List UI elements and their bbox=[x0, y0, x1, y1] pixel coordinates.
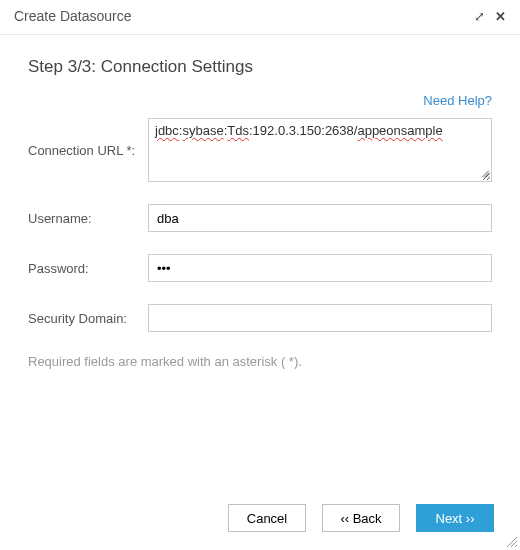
username-field[interactable] bbox=[148, 204, 492, 232]
dialog-footer: Cancel ‹‹ Back Next ›› bbox=[228, 504, 494, 532]
row-username: Username: bbox=[28, 204, 492, 232]
dialog-content: Step 3/3: Connection Settings Need Help?… bbox=[0, 35, 520, 379]
resize-grip-icon: ◢ bbox=[481, 166, 489, 179]
conn-part-db: appeonsample bbox=[357, 123, 442, 138]
row-password: Password: bbox=[28, 254, 492, 282]
row-security-domain: Security Domain: bbox=[28, 304, 492, 332]
password-field[interactable] bbox=[148, 254, 492, 282]
row-connection-url: Connection URL *: jdbc:sybase:Tds:192.0.… bbox=[28, 118, 492, 182]
conn-part-host: :192.0.3.150:2638/ bbox=[249, 123, 357, 138]
connection-url-field[interactable]: jdbc:sybase:Tds:192.0.3.150:2638/appeons… bbox=[148, 118, 492, 182]
maximize-icon[interactable]: ⤢ bbox=[474, 9, 485, 24]
dialog-header: Create Datasource ⤢ ✕ bbox=[0, 0, 520, 35]
conn-part-jdbc: jdbc bbox=[155, 123, 179, 138]
connection-url-field-wrap: jdbc:sybase:Tds:192.0.3.150:2638/appeons… bbox=[148, 118, 492, 182]
svg-line-1 bbox=[511, 541, 517, 547]
conn-part-tds: Tds bbox=[227, 123, 249, 138]
connection-url-label: Connection URL *: bbox=[28, 143, 148, 158]
security-domain-field[interactable] bbox=[148, 304, 492, 332]
window-resize-grip-icon[interactable] bbox=[504, 534, 518, 548]
security-domain-label: Security Domain: bbox=[28, 311, 148, 326]
username-label: Username: bbox=[28, 211, 148, 226]
next-button[interactable]: Next ›› bbox=[416, 504, 494, 532]
password-label: Password: bbox=[28, 261, 148, 276]
svg-line-2 bbox=[515, 545, 517, 547]
conn-part-sybase: sybase bbox=[182, 123, 223, 138]
step-title: Step 3/3: Connection Settings bbox=[28, 57, 492, 77]
svg-line-0 bbox=[507, 537, 517, 547]
cancel-button[interactable]: Cancel bbox=[228, 504, 306, 532]
header-actions: ⤢ ✕ bbox=[474, 9, 506, 24]
close-icon[interactable]: ✕ bbox=[495, 9, 506, 24]
back-button[interactable]: ‹‹ Back bbox=[322, 504, 400, 532]
help-link[interactable]: Need Help? bbox=[423, 93, 492, 108]
required-note: Required fields are marked with an aster… bbox=[28, 354, 492, 369]
help-row: Need Help? bbox=[28, 93, 492, 108]
dialog-title: Create Datasource bbox=[14, 8, 132, 24]
